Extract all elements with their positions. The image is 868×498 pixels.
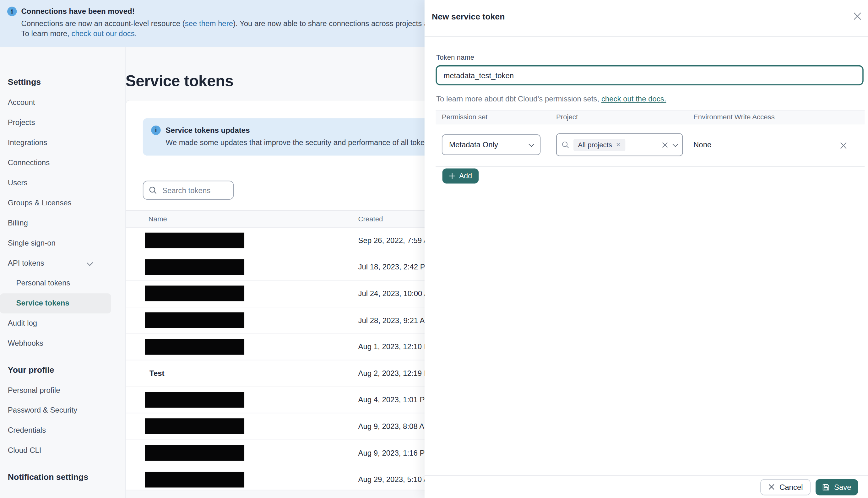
check-out-our-docs-link[interactable]: check out our docs. — [71, 29, 136, 38]
environment-write-access-value: None — [693, 141, 711, 149]
column-header-project: Project — [556, 113, 693, 121]
sidebar-item-groups-licenses[interactable]: Groups & Licenses — [0, 193, 111, 213]
search-input[interactable] — [161, 186, 227, 195]
sidebar-settings-header: Settings — [0, 77, 125, 89]
chevron-down-icon — [87, 260, 93, 266]
save-icon — [823, 483, 830, 490]
permission-set-select[interactable]: Metadata Only — [442, 134, 540, 155]
token-name-cell — [126, 233, 358, 248]
redacted-name-bar — [145, 419, 244, 434]
redacted-name-bar — [145, 259, 244, 275]
redacted-name-bar — [145, 445, 244, 461]
cancel-button[interactable]: Cancel — [760, 479, 811, 495]
redacted-name-bar — [145, 233, 244, 248]
redacted-name-bar — [145, 312, 244, 328]
sidebar-notification-settings-header: Notification settings — [0, 472, 125, 484]
sidebar-item-personal-profile[interactable]: Personal profile — [0, 380, 111, 400]
drawer-footer: Cancel Save — [424, 475, 868, 498]
permission-table-header: Permission set Project Environment Write… — [436, 110, 865, 124]
new-service-token-drawer: New service token Token name To learn mo… — [424, 0, 868, 498]
sidebar-item-billing[interactable]: Billing — [0, 213, 111, 233]
sidebar-item-credentials[interactable]: Credentials — [0, 420, 111, 441]
column-header-environment-write-access: Environment Write Access — [693, 113, 775, 121]
sidebar-item-projects[interactable]: Projects — [0, 113, 111, 133]
token-name-cell — [126, 445, 358, 461]
project-multiselect[interactable]: All projects ✕ — [556, 133, 683, 156]
redacted-name-bar — [145, 286, 244, 301]
redacted-name-bar — [145, 339, 244, 354]
drawer-header: New service token — [424, 0, 868, 37]
sidebar-item-integrations[interactable]: Integrations — [0, 133, 111, 153]
search-tokens-box[interactable] — [143, 181, 234, 200]
sidebar-item-account[interactable]: Account — [0, 93, 111, 113]
token-name-cell — [126, 392, 358, 408]
drawer-title: New service token — [432, 12, 505, 21]
close-icon — [768, 484, 775, 490]
clear-selection-icon[interactable] — [661, 141, 669, 149]
info-icon: i — [151, 126, 160, 135]
save-button[interactable]: Save — [816, 479, 858, 495]
column-header-permission-set: Permission set — [436, 113, 556, 121]
column-header-name: Name — [126, 215, 358, 223]
all-projects-chip[interactable]: All projects ✕ — [574, 139, 625, 151]
redacted-name-bar — [145, 472, 244, 487]
token-name-cell: Test — [126, 368, 358, 378]
sidebar-item-single-sign-on[interactable]: Single sign-on — [0, 233, 111, 253]
see-them-here-link[interactable]: see them here — [185, 19, 233, 28]
token-name-input[interactable] — [436, 65, 863, 86]
infobox-title: Service tokens updates — [166, 126, 250, 134]
sidebar-item-password-security[interactable]: Password & Security — [0, 400, 111, 420]
sidebar-item-webhooks[interactable]: Webhooks — [0, 333, 111, 354]
chevron-down-icon[interactable] — [672, 141, 678, 147]
sidebar-item-api-tokens[interactable]: API tokens — [0, 253, 111, 273]
token-name-text: Test — [145, 369, 165, 378]
chevron-down-icon — [528, 141, 534, 147]
sidebar-item-cloud-cli[interactable]: Cloud CLI — [0, 441, 111, 461]
remove-chip-icon[interactable]: ✕ — [616, 142, 620, 147]
token-name-label: Token name — [436, 54, 868, 62]
add-permission-button[interactable]: Add — [443, 168, 479, 183]
sidebar-item-connections[interactable]: Connections — [0, 153, 111, 173]
close-icon[interactable] — [852, 11, 862, 21]
token-name-cell — [126, 339, 358, 354]
sidebar-item-service-tokens[interactable]: Service tokens — [0, 293, 111, 313]
sidebar-item-users[interactable]: Users — [0, 173, 111, 193]
redacted-name-bar — [145, 392, 244, 408]
column-header-created: Created — [358, 215, 383, 223]
permission-docs-line: To learn more about dbt Cloud's permissi… — [436, 95, 868, 103]
token-name-cell — [126, 419, 358, 434]
sidebar-your-profile-header: Your profile — [0, 365, 125, 377]
token-name-cell — [126, 259, 358, 275]
dbt-cloud-settings-page: i Connections have been moved! Connectio… — [0, 0, 868, 498]
info-icon: i — [7, 6, 17, 16]
permission-row: Metadata Only All projects ✕ — [436, 124, 865, 167]
sidebar-item-personal-tokens[interactable]: Personal tokens — [0, 273, 111, 293]
sidebar-item-audit-log[interactable]: Audit log — [0, 313, 111, 333]
token-name-cell — [126, 472, 358, 487]
search-icon — [562, 141, 569, 148]
token-name-cell — [126, 286, 358, 301]
banner-title: Connections have been moved! — [21, 7, 135, 16]
check-out-the-docs-link[interactable]: check out the docs. — [601, 95, 666, 103]
settings-sidebar: Settings Account Projects Integrations C… — [0, 47, 126, 498]
plus-icon — [449, 173, 455, 179]
search-icon — [149, 186, 157, 194]
token-name-cell — [126, 312, 358, 328]
remove-row-icon[interactable] — [839, 141, 848, 150]
